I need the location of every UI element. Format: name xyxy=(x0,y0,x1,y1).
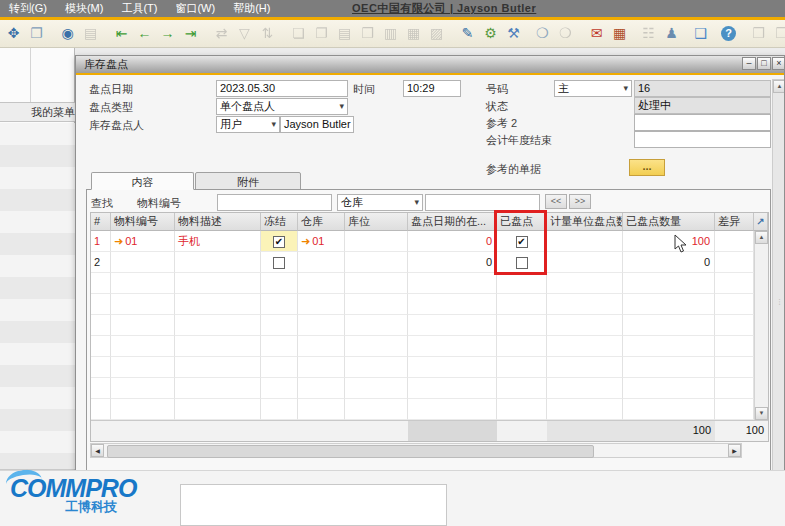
col-uom-counted-qty[interactable]: 计量单位盘点数量 xyxy=(547,213,623,231)
user-icon[interactable]: ♟ xyxy=(663,25,680,42)
col-row-number[interactable]: # xyxy=(91,213,111,231)
tab-my-menu[interactable]: 我的菜单 xyxy=(0,102,75,122)
row-number-cell[interactable]: 2 xyxy=(91,252,111,273)
calendar-icon[interactable]: ▦ xyxy=(611,25,628,42)
link-arrow-icon[interactable] xyxy=(114,235,123,247)
filter-icon[interactable]: ▽ xyxy=(236,25,253,42)
variance-cell[interactable] xyxy=(715,231,754,252)
form-settings-icon[interactable]: ⚙ xyxy=(482,25,499,42)
alerts-icon[interactable]: ✉ xyxy=(588,25,605,42)
last-record-icon[interactable]: ⇥ xyxy=(182,25,199,42)
menu-item[interactable]: 转到(G) xyxy=(0,0,56,17)
close-icon[interactable]: × xyxy=(772,57,785,70)
maximize-icon[interactable]: □ xyxy=(757,57,771,70)
variance-cell[interactable] xyxy=(715,252,754,273)
counted-cell[interactable] xyxy=(497,252,547,273)
tools-icon[interactable]: ⚒ xyxy=(505,25,522,42)
frozen-cell[interactable] xyxy=(261,231,298,252)
menu-item[interactable]: 窗口(W) xyxy=(166,0,224,17)
ref-docs-browse-button[interactable]: ... xyxy=(629,159,665,176)
scroll-down-icon[interactable] xyxy=(755,407,768,420)
count-type-dropdown[interactable]: 单个盘点人 xyxy=(216,98,348,115)
payment-icon[interactable]: ❒ xyxy=(359,25,376,42)
in-stock-cell[interactable]: 0 xyxy=(408,231,497,252)
scroll-right-icon[interactable] xyxy=(728,444,741,457)
browser-icon[interactable]: ❑ xyxy=(692,25,709,42)
chart-icon[interactable]: ▥ xyxy=(382,25,399,42)
query-icon[interactable]: ▨ xyxy=(428,25,445,42)
col-counted[interactable]: 已盘点 xyxy=(497,213,547,231)
print-icon[interactable]: ▤ xyxy=(336,25,353,42)
warehouse-cell[interactable]: 01 xyxy=(298,231,345,252)
bin-cell[interactable] xyxy=(345,231,408,252)
col-bin[interactable]: 库位 xyxy=(345,213,408,231)
menu-item[interactable]: 模块(M) xyxy=(56,0,113,17)
scrollbar-thumb[interactable] xyxy=(107,445,594,458)
navigate-icon[interactable]: ✥ xyxy=(5,25,22,42)
find-warehouse-input[interactable] xyxy=(425,194,540,211)
link-arrow-icon[interactable] xyxy=(301,235,310,247)
table-view-icon[interactable]: ▦ xyxy=(405,25,422,42)
edit-icon[interactable]: ✎ xyxy=(459,25,476,42)
counter-type-dropdown[interactable]: 用户 xyxy=(216,116,280,133)
fiscal-year-end-field[interactable] xyxy=(634,131,771,148)
tab-attachments[interactable]: 附件 xyxy=(195,172,301,190)
col-item-no[interactable]: 物料编号 xyxy=(111,213,175,231)
counted-qty-cell[interactable]: 100 xyxy=(623,231,715,252)
col-frozen[interactable]: 冻结 xyxy=(261,213,298,231)
item-desc-cell[interactable] xyxy=(175,252,261,273)
first-record-icon[interactable]: ⇤ xyxy=(113,25,130,42)
col-in-stock[interactable]: 盘点日期的在... xyxy=(408,213,497,231)
row-number-cell[interactable]: 1 xyxy=(91,231,111,252)
scroll-left-icon[interactable] xyxy=(91,444,104,457)
counted-checkbox[interactable] xyxy=(516,236,528,248)
counted-qty-cell[interactable]: 0 xyxy=(623,252,715,273)
col-item-desc[interactable]: 物料描述 xyxy=(175,213,261,231)
uom-qty-cell[interactable] xyxy=(547,231,623,252)
previous-record-icon[interactable]: ← xyxy=(136,25,153,42)
refresh-icon[interactable]: ⇄ xyxy=(213,25,230,42)
menu-item[interactable]: 帮助(H) xyxy=(224,0,279,17)
counted-checkbox[interactable] xyxy=(516,257,528,269)
uom-qty-cell[interactable] xyxy=(547,252,623,273)
addon1-icon[interactable]: ❒ xyxy=(750,25,767,42)
grid-vertical-scrollbar[interactable] xyxy=(754,231,768,420)
col-variance[interactable]: 差异 xyxy=(715,213,754,231)
find-column-dropdown[interactable]: 仓库 xyxy=(337,194,423,211)
in-stock-cell[interactable]: 0 xyxy=(408,252,497,273)
ref2-field[interactable] xyxy=(634,114,771,131)
col-counted-qty[interactable]: 已盘点数量 xyxy=(623,213,715,231)
counter-name-field[interactable]: Jayson Butler xyxy=(280,116,354,133)
remarks-icon[interactable]: ❍ xyxy=(534,25,551,42)
scroll-up-icon[interactable] xyxy=(755,231,768,244)
org-chart-icon[interactable]: ☷ xyxy=(640,25,657,42)
frozen-checkbox[interactable] xyxy=(273,257,285,269)
grid-horizontal-scrollbar[interactable] xyxy=(90,443,742,458)
count-date-field[interactable]: 2023.05.30 xyxy=(216,80,348,97)
next-page-button[interactable]: >> xyxy=(569,194,591,209)
frozen-cell[interactable] xyxy=(261,252,298,273)
frozen-checkbox[interactable] xyxy=(273,236,285,248)
messages-icon[interactable]: ❍ xyxy=(557,25,574,42)
number-series-dropdown[interactable]: 主 xyxy=(554,80,632,97)
window-vertical-scrollbar[interactable]: ⋮⋮ xyxy=(772,79,785,471)
item-desc-cell[interactable]: 手机 xyxy=(175,231,261,252)
sort-icon[interactable]: ⇅ xyxy=(259,25,276,42)
expand-grid-icon[interactable] xyxy=(754,213,768,231)
menu-item[interactable]: 工具(T) xyxy=(112,0,166,17)
warehouse-cell[interactable] xyxy=(298,252,345,273)
item-no-cell[interactable]: 01 xyxy=(111,231,175,252)
find-item-no-input[interactable] xyxy=(217,194,332,211)
add-icon[interactable]: ▤ xyxy=(82,25,99,42)
duplicate-icon[interactable]: ❏ xyxy=(290,25,307,42)
next-record-icon[interactable]: → xyxy=(159,25,176,42)
prev-page-button[interactable]: << xyxy=(545,194,567,209)
scroll-up-icon[interactable] xyxy=(773,80,785,93)
copy-icon[interactable]: ❐ xyxy=(313,25,330,42)
col-warehouse[interactable]: 仓库 xyxy=(298,213,345,231)
item-no-cell[interactable] xyxy=(111,252,175,273)
lock-icon[interactable]: ❐ xyxy=(28,25,45,42)
time-field[interactable]: 10:29 xyxy=(403,80,461,97)
tab-contents[interactable]: 内容 xyxy=(91,172,194,190)
help-icon[interactable]: ? xyxy=(721,26,736,41)
